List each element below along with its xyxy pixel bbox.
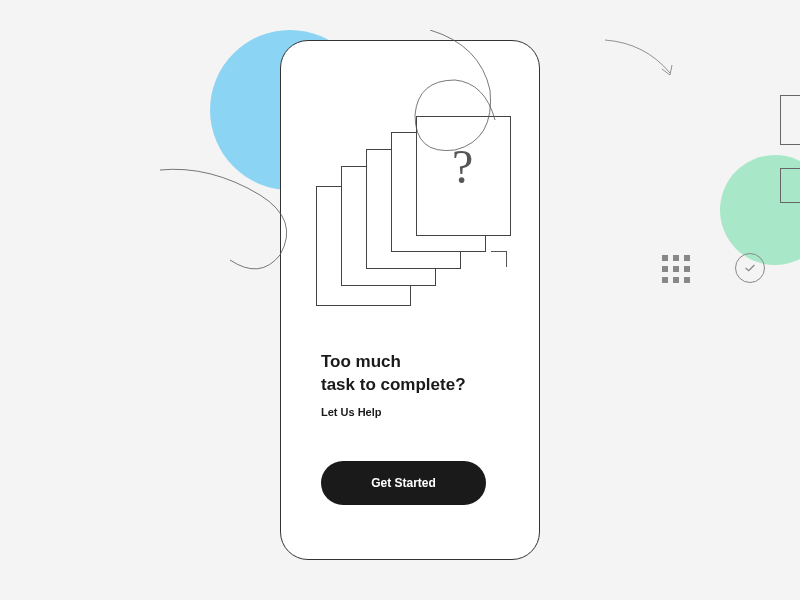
wireframe-box	[780, 168, 800, 203]
get-started-button[interactable]: Get Started	[321, 461, 486, 505]
scribble-left-icon	[150, 160, 350, 280]
onboarding-heading: Too much task to complete?	[321, 351, 466, 397]
wireframe-box	[780, 95, 800, 145]
corner-mark-icon	[491, 251, 507, 267]
heading-line-2: task to complete?	[321, 375, 466, 394]
onboarding-subheading: Let Us Help	[321, 406, 382, 418]
arrow-icon	[600, 35, 700, 90]
dots-grid-icon	[662, 255, 690, 283]
checkmark-circle-icon	[735, 253, 765, 283]
heading-line-1: Too much	[321, 352, 401, 371]
scribble-loop-icon	[400, 30, 530, 170]
